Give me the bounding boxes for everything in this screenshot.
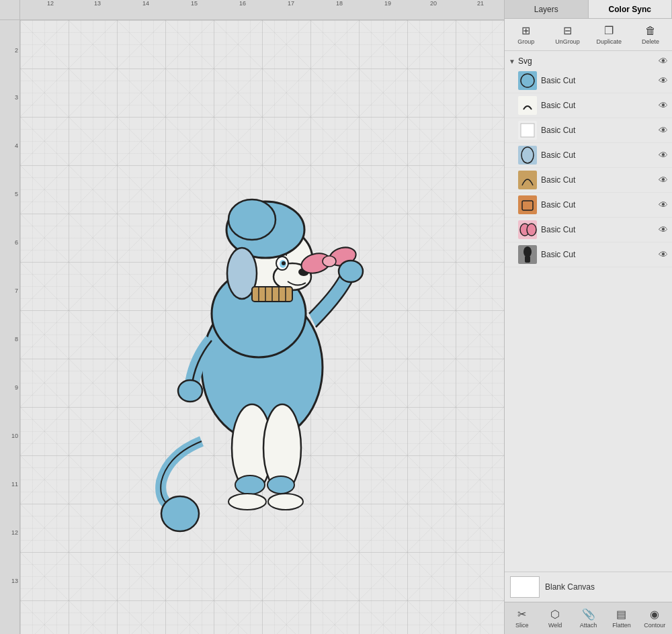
svg-point-24 [178,380,202,402]
ruler-corner [0,0,20,20]
layer-thumb-2 [518,96,537,115]
ruler-left: 2 3 4 5 6 7 8 9 10 11 12 13 [0,20,20,634]
layer-name-7: Basic Cut [541,225,659,234]
svg-point-37 [527,224,536,236]
svg-group-label: Svg [518,56,659,66]
svg-point-34 [521,147,534,163]
ungroup-button[interactable]: ⊟ UnGroup [548,21,588,48]
svg-point-31 [161,496,199,531]
layer-row[interactable]: Basic Cut 👁 [505,69,672,93]
layers-tree[interactable]: ▼ Svg 👁 Basic Cut 👁 Basic Cut 👁 [505,51,672,572]
attach-button[interactable]: 📎 Attach [573,605,604,631]
layer-row[interactable]: Basic Cut 👁 [505,118,672,143]
svg-group-row[interactable]: ▼ Svg 👁 [505,54,672,69]
toolbar-row: ⊞ Group ⊟ UnGroup ❐ Duplicate 🗑 Delete [505,19,672,51]
svg-point-30 [268,494,303,510]
bottom-toolbar: ✂ Slice ⬡ Weld 📎 Attach ▤ Flatten ◉ Cont… [505,602,672,634]
ungroup-icon: ⊟ [563,24,572,37]
canvas-area: 12 13 14 15 16 17 18 19 20 21 2 3 4 5 6 … [0,0,504,634]
layer-visibility-8[interactable]: 👁 [659,249,668,260]
svg-point-29 [228,494,266,510]
delete-button[interactable]: 🗑 Delete [630,21,671,48]
slice-icon: ✂ [517,608,526,621]
layer-visibility-7[interactable]: 👁 [659,224,668,235]
group-button[interactable]: ⊞ Group [506,21,546,48]
duplicate-icon: ❐ [604,24,614,37]
tab-layers[interactable]: Layers [505,0,589,18]
layer-row[interactable]: Basic Cut 👁 [505,143,672,168]
artwork [134,105,390,549]
layer-name-2: Basic Cut [541,101,659,110]
duplicate-button[interactable]: ❐ Duplicate [589,21,630,48]
flatten-icon: ▤ [616,608,626,621]
flatten-button[interactable]: ▤ Flatten [605,605,637,631]
weld-icon: ⬡ [550,608,560,621]
slice-button[interactable]: ✂ Slice [506,605,538,631]
layer-name-3: Basic Cut [541,126,659,135]
layer-thumb-8 [518,245,537,264]
attach-icon: 📎 [582,608,595,621]
layer-name-8: Basic Cut [541,250,659,259]
layer-name-6: Basic Cut [541,200,659,210]
layer-name-4: Basic Cut [541,150,659,160]
layer-name-5: Basic Cut [541,175,659,185]
canvas-grid[interactable] [20,20,504,634]
layer-visibility-3[interactable]: 👁 [659,125,668,136]
layer-visibility-1[interactable]: 👁 [659,75,668,86]
layer-thumb-4 [518,146,537,165]
weld-button[interactable]: ⬡ Weld [539,605,571,631]
svg-point-27 [235,476,265,494]
blank-canvas-label: Blank Canvas [545,582,595,592]
svg-rect-35 [522,201,533,210]
layer-name-1: Basic Cut [541,76,659,85]
layer-row[interactable]: Basic Cut 👁 [505,168,672,193]
svg-point-12 [228,199,276,240]
layer-visibility-5[interactable]: 👁 [659,175,668,185]
svg-point-38 [523,246,532,257]
tab-color-sync[interactable]: Color Sync [589,0,673,18]
blank-canvas-row[interactable]: Blank Canvas [505,572,672,602]
contour-button[interactable]: ◉ Contour [639,605,671,631]
svg-point-15 [323,256,336,267]
layer-thumb-3 [518,121,537,140]
layer-thumb-7 [518,220,537,239]
layer-thumb-5 [518,171,537,189]
layer-row[interactable]: Basic Cut 👁 [505,193,672,218]
svg-rect-39 [525,256,530,263]
svg-rect-33 [521,124,534,137]
svg-visibility-icon[interactable]: 👁 [659,56,668,66]
layer-visibility-6[interactable]: 👁 [659,199,668,210]
layer-row[interactable]: Basic Cut 👁 [505,218,672,242]
svg-point-32 [521,74,534,87]
blank-canvas-thumb [510,576,540,598]
contour-icon: ◉ [650,608,659,621]
svg-point-28 [267,476,294,494]
group-icon: ⊞ [521,24,530,37]
layer-thumb-6 [518,195,537,214]
chevron-down-icon: ▼ [509,58,515,65]
layer-row[interactable]: Basic Cut 👁 [505,242,672,267]
delete-icon: 🗑 [645,25,656,37]
ruler-top: 12 13 14 15 16 17 18 19 20 21 [20,0,504,20]
svg-point-7 [282,261,286,265]
layer-visibility-4[interactable]: 👁 [659,150,668,161]
tab-bar: Layers Color Sync [505,0,672,19]
layer-thumb-1 [518,71,537,90]
layer-row[interactable]: Basic Cut 👁 [505,93,672,118]
layer-visibility-2[interactable]: 👁 [659,100,668,111]
svg-point-23 [339,261,363,282]
right-panel: Layers Color Sync ⊞ Group ⊟ UnGroup ❐ Du… [504,0,672,634]
